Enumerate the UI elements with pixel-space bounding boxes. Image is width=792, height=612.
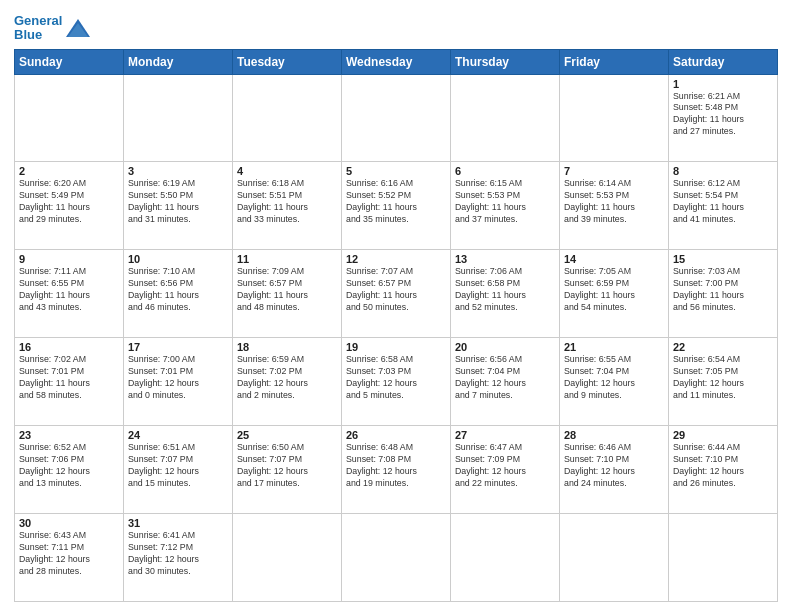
calendar-cell: 10Sunrise: 7:10 AM Sunset: 6:56 PM Dayli… (124, 250, 233, 338)
calendar-cell: 2Sunrise: 6:20 AM Sunset: 5:49 PM Daylig… (15, 162, 124, 250)
day-info: Sunrise: 6:43 AM Sunset: 7:11 PM Dayligh… (19, 530, 119, 578)
day-header-monday: Monday (124, 49, 233, 74)
calendar-cell (451, 74, 560, 162)
day-number: 2 (19, 165, 119, 177)
calendar-cell (342, 514, 451, 602)
calendar-cell (233, 514, 342, 602)
calendar-cell (15, 74, 124, 162)
day-number: 14 (564, 253, 664, 265)
day-number: 16 (19, 341, 119, 353)
calendar-cell: 16Sunrise: 7:02 AM Sunset: 7:01 PM Dayli… (15, 338, 124, 426)
calendar-cell: 5Sunrise: 6:16 AM Sunset: 5:52 PM Daylig… (342, 162, 451, 250)
day-header-sunday: Sunday (15, 49, 124, 74)
page: General Blue SundayMondayTuesdayWednesda… (0, 0, 792, 612)
calendar-week-4: 16Sunrise: 7:02 AM Sunset: 7:01 PM Dayli… (15, 338, 778, 426)
logo-blue: Blue (14, 27, 42, 42)
day-info: Sunrise: 7:10 AM Sunset: 6:56 PM Dayligh… (128, 266, 228, 314)
day-header-tuesday: Tuesday (233, 49, 342, 74)
day-number: 7 (564, 165, 664, 177)
calendar-cell: 22Sunrise: 6:54 AM Sunset: 7:05 PM Dayli… (669, 338, 778, 426)
day-info: Sunrise: 7:03 AM Sunset: 7:00 PM Dayligh… (673, 266, 773, 314)
calendar-cell: 6Sunrise: 6:15 AM Sunset: 5:53 PM Daylig… (451, 162, 560, 250)
day-number: 18 (237, 341, 337, 353)
logo: General Blue (14, 14, 92, 43)
day-info: Sunrise: 6:48 AM Sunset: 7:08 PM Dayligh… (346, 442, 446, 490)
day-info: Sunrise: 6:47 AM Sunset: 7:09 PM Dayligh… (455, 442, 555, 490)
day-info: Sunrise: 7:07 AM Sunset: 6:57 PM Dayligh… (346, 266, 446, 314)
calendar-cell: 29Sunrise: 6:44 AM Sunset: 7:10 PM Dayli… (669, 426, 778, 514)
header: General Blue (14, 10, 778, 43)
calendar-week-3: 9Sunrise: 7:11 AM Sunset: 6:55 PM Daylig… (15, 250, 778, 338)
day-info: Sunrise: 6:16 AM Sunset: 5:52 PM Dayligh… (346, 178, 446, 226)
calendar-week-6: 30Sunrise: 6:43 AM Sunset: 7:11 PM Dayli… (15, 514, 778, 602)
calendar-header-row: SundayMondayTuesdayWednesdayThursdayFrid… (15, 49, 778, 74)
day-number: 19 (346, 341, 446, 353)
day-info: Sunrise: 6:18 AM Sunset: 5:51 PM Dayligh… (237, 178, 337, 226)
calendar-cell: 13Sunrise: 7:06 AM Sunset: 6:58 PM Dayli… (451, 250, 560, 338)
day-header-saturday: Saturday (669, 49, 778, 74)
day-info: Sunrise: 7:00 AM Sunset: 7:01 PM Dayligh… (128, 354, 228, 402)
day-number: 22 (673, 341, 773, 353)
day-number: 4 (237, 165, 337, 177)
day-info: Sunrise: 6:12 AM Sunset: 5:54 PM Dayligh… (673, 178, 773, 226)
day-number: 8 (673, 165, 773, 177)
day-number: 6 (455, 165, 555, 177)
calendar-week-2: 2Sunrise: 6:20 AM Sunset: 5:49 PM Daylig… (15, 162, 778, 250)
day-info: Sunrise: 6:44 AM Sunset: 7:10 PM Dayligh… (673, 442, 773, 490)
calendar-cell: 17Sunrise: 7:00 AM Sunset: 7:01 PM Dayli… (124, 338, 233, 426)
calendar-cell: 26Sunrise: 6:48 AM Sunset: 7:08 PM Dayli… (342, 426, 451, 514)
day-info: Sunrise: 6:56 AM Sunset: 7:04 PM Dayligh… (455, 354, 555, 402)
calendar-cell (669, 514, 778, 602)
day-number: 29 (673, 429, 773, 441)
day-number: 9 (19, 253, 119, 265)
calendar-cell: 19Sunrise: 6:58 AM Sunset: 7:03 PM Dayli… (342, 338, 451, 426)
calendar-cell: 18Sunrise: 6:59 AM Sunset: 7:02 PM Dayli… (233, 338, 342, 426)
day-info: Sunrise: 7:02 AM Sunset: 7:01 PM Dayligh… (19, 354, 119, 402)
calendar-cell (560, 74, 669, 162)
day-number: 12 (346, 253, 446, 265)
day-info: Sunrise: 7:05 AM Sunset: 6:59 PM Dayligh… (564, 266, 664, 314)
day-number: 25 (237, 429, 337, 441)
calendar-cell: 14Sunrise: 7:05 AM Sunset: 6:59 PM Dayli… (560, 250, 669, 338)
calendar-cell: 24Sunrise: 6:51 AM Sunset: 7:07 PM Dayli… (124, 426, 233, 514)
calendar-cell (451, 514, 560, 602)
day-header-friday: Friday (560, 49, 669, 74)
day-info: Sunrise: 6:14 AM Sunset: 5:53 PM Dayligh… (564, 178, 664, 226)
calendar-table: SundayMondayTuesdayWednesdayThursdayFrid… (14, 49, 778, 602)
logo-general: General (14, 13, 62, 28)
day-number: 20 (455, 341, 555, 353)
day-number: 11 (237, 253, 337, 265)
day-info: Sunrise: 7:11 AM Sunset: 6:55 PM Dayligh… (19, 266, 119, 314)
calendar-week-1: 1Sunrise: 6:21 AM Sunset: 5:48 PM Daylig… (15, 74, 778, 162)
day-info: Sunrise: 6:20 AM Sunset: 5:49 PM Dayligh… (19, 178, 119, 226)
day-number: 15 (673, 253, 773, 265)
calendar-cell: 25Sunrise: 6:50 AM Sunset: 7:07 PM Dayli… (233, 426, 342, 514)
day-number: 21 (564, 341, 664, 353)
day-info: Sunrise: 7:09 AM Sunset: 6:57 PM Dayligh… (237, 266, 337, 314)
calendar-cell (342, 74, 451, 162)
calendar-cell: 4Sunrise: 6:18 AM Sunset: 5:51 PM Daylig… (233, 162, 342, 250)
calendar-cell (124, 74, 233, 162)
day-info: Sunrise: 6:55 AM Sunset: 7:04 PM Dayligh… (564, 354, 664, 402)
day-number: 13 (455, 253, 555, 265)
calendar-cell: 7Sunrise: 6:14 AM Sunset: 5:53 PM Daylig… (560, 162, 669, 250)
day-number: 10 (128, 253, 228, 265)
calendar-cell: 28Sunrise: 6:46 AM Sunset: 7:10 PM Dayli… (560, 426, 669, 514)
day-info: Sunrise: 6:54 AM Sunset: 7:05 PM Dayligh… (673, 354, 773, 402)
calendar-cell (560, 514, 669, 602)
calendar-cell: 20Sunrise: 6:56 AM Sunset: 7:04 PM Dayli… (451, 338, 560, 426)
calendar-cell: 9Sunrise: 7:11 AM Sunset: 6:55 PM Daylig… (15, 250, 124, 338)
calendar-cell: 3Sunrise: 6:19 AM Sunset: 5:50 PM Daylig… (124, 162, 233, 250)
day-number: 1 (673, 78, 773, 90)
day-number: 23 (19, 429, 119, 441)
calendar-cell: 1Sunrise: 6:21 AM Sunset: 5:48 PM Daylig… (669, 74, 778, 162)
calendar-cell: 30Sunrise: 6:43 AM Sunset: 7:11 PM Dayli… (15, 514, 124, 602)
day-number: 30 (19, 517, 119, 529)
day-info: Sunrise: 6:15 AM Sunset: 5:53 PM Dayligh… (455, 178, 555, 226)
calendar-cell (233, 74, 342, 162)
calendar-cell: 21Sunrise: 6:55 AM Sunset: 7:04 PM Dayli… (560, 338, 669, 426)
day-info: Sunrise: 6:21 AM Sunset: 5:48 PM Dayligh… (673, 91, 773, 139)
calendar-cell: 15Sunrise: 7:03 AM Sunset: 7:00 PM Dayli… (669, 250, 778, 338)
day-info: Sunrise: 6:19 AM Sunset: 5:50 PM Dayligh… (128, 178, 228, 226)
calendar-cell: 23Sunrise: 6:52 AM Sunset: 7:06 PM Dayli… (15, 426, 124, 514)
